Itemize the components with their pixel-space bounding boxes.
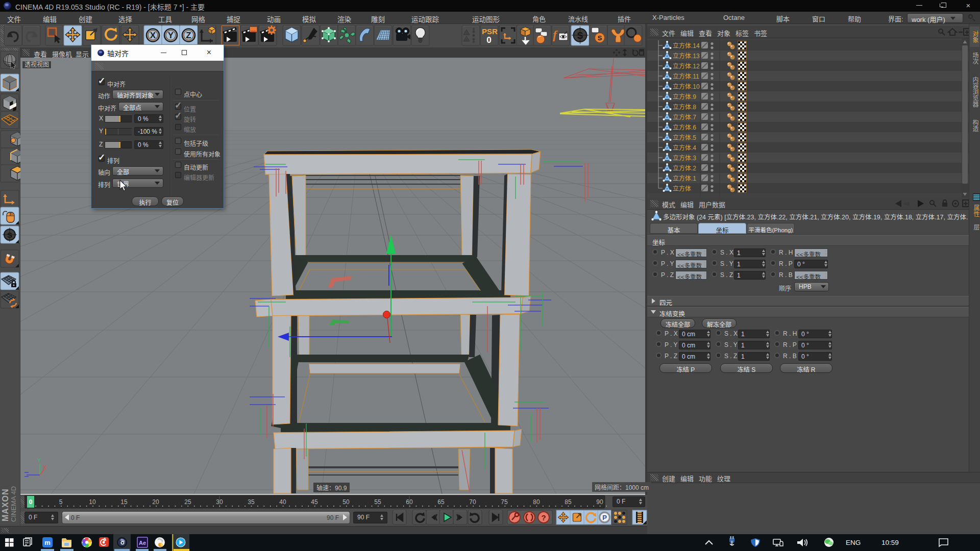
svg-text:90: 90 bbox=[596, 498, 603, 506]
svg-text:立方体.4: 立方体.4 bbox=[673, 144, 696, 152]
svg-text:立方体.13: 立方体.13 bbox=[673, 52, 700, 60]
svg-text:立方体.6: 立方体.6 bbox=[673, 123, 696, 131]
svg-text:75: 75 bbox=[501, 498, 508, 506]
svg-text:25: 25 bbox=[184, 498, 191, 506]
svg-text:65: 65 bbox=[437, 498, 445, 506]
svg-text:Y: Y bbox=[168, 31, 174, 40]
svg-text:ENG: ENG bbox=[846, 539, 861, 546]
svg-text:?: ? bbox=[541, 513, 546, 522]
svg-text:40: 40 bbox=[279, 498, 286, 506]
svg-text:立方体.3: 立方体.3 bbox=[673, 154, 696, 162]
svg-text:m: m bbox=[44, 539, 51, 546]
svg-text:10:59: 10:59 bbox=[881, 539, 899, 546]
svg-text:80: 80 bbox=[533, 498, 540, 506]
svg-text:Y: Y bbox=[37, 457, 41, 463]
svg-text:15: 15 bbox=[120, 498, 128, 506]
svg-text:50: 50 bbox=[342, 498, 350, 506]
svg-text:Ae: Ae bbox=[139, 540, 146, 546]
svg-text:立方体.1: 立方体.1 bbox=[673, 174, 696, 182]
svg-text:X: X bbox=[150, 31, 156, 40]
svg-text:立方体.11: 立方体.11 bbox=[673, 72, 699, 80]
svg-text:70: 70 bbox=[469, 498, 476, 506]
svg-text:5: 5 bbox=[59, 498, 63, 506]
svg-text:45: 45 bbox=[311, 498, 318, 506]
svg-text:立方体.7: 立方体.7 bbox=[673, 113, 696, 121]
svg-text:55: 55 bbox=[374, 498, 381, 506]
svg-text:PSR: PSR bbox=[482, 27, 498, 36]
svg-text:0: 0 bbox=[486, 35, 491, 45]
svg-text:S: S bbox=[598, 34, 602, 42]
svg-text:立方体.5: 立方体.5 bbox=[673, 134, 696, 141]
svg-text:立方体.14: 立方体.14 bbox=[673, 42, 700, 49]
svg-text:Z: Z bbox=[186, 31, 191, 40]
svg-text:立方体.8: 立方体.8 bbox=[673, 103, 696, 111]
svg-text:20: 20 bbox=[152, 498, 159, 506]
svg-text:35: 35 bbox=[248, 498, 255, 506]
svg-text:立方体.12: 立方体.12 bbox=[673, 62, 700, 70]
svg-text:立方体.10: 立方体.10 bbox=[673, 83, 700, 90]
svg-text:立方体.9: 立方体.9 bbox=[673, 93, 696, 101]
svg-text:10: 10 bbox=[89, 498, 96, 506]
svg-text:立方体.2: 立方体.2 bbox=[673, 164, 696, 172]
svg-text:85: 85 bbox=[565, 498, 572, 506]
svg-text:S: S bbox=[7, 231, 12, 239]
svg-text:P: P bbox=[602, 514, 607, 521]
svg-text:0: 0 bbox=[29, 498, 33, 506]
svg-text:X: X bbox=[43, 464, 47, 470]
svg-text:立方体: 立方体 bbox=[673, 185, 691, 192]
svg-text:S: S bbox=[577, 31, 583, 41]
